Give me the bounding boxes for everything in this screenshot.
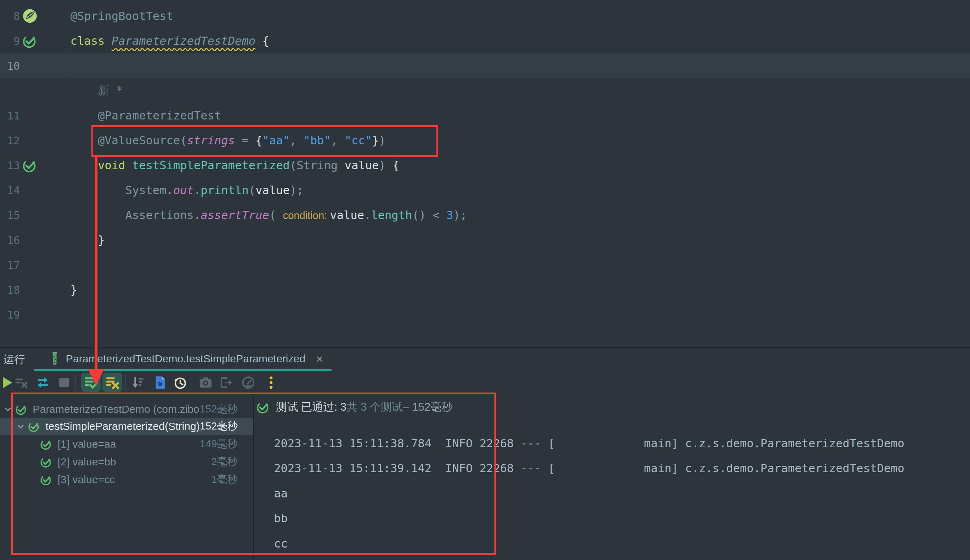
test-duration: 1毫秒	[211, 473, 238, 487]
code-line-text: }	[68, 233, 105, 247]
line-number: 10	[0, 60, 20, 72]
line-number: 15	[0, 209, 20, 222]
show-passed-icon[interactable]	[81, 373, 101, 392]
code-line[interactable]: 19	[0, 302, 970, 327]
code-editor[interactable]: 8@SpringBootTest9class ParameterizedTest…	[0, 0, 970, 347]
test-tree-label: testSimpleParameterized(String)	[45, 420, 200, 432]
test-passed-icon	[40, 473, 53, 486]
code-line[interactable]: 12 @ValueSource(strings = {"aa", "bb", "…	[0, 128, 970, 153]
console-log-line: 2023-11-13 15:11:39.142 INFO 22268 --- […	[274, 462, 970, 475]
close-icon[interactable]: ×	[316, 353, 323, 365]
summary-duration: – 152毫秒	[403, 400, 453, 415]
test-passed-icon	[15, 403, 28, 416]
line-number: 9	[0, 35, 20, 47]
more-options-icon[interactable]	[263, 375, 279, 390]
chevron-down-icon[interactable]	[16, 421, 26, 431]
test-duration: 152毫秒	[200, 402, 238, 417]
code-line[interactable]: 13 void testSimpleParameterized(String v…	[0, 153, 970, 178]
line-number: 8	[0, 10, 20, 22]
toolbar-separator	[125, 375, 126, 390]
test-tree-row[interactable]: [2] value=bb2毫秒	[0, 453, 253, 470]
gutter-cell: 12	[0, 128, 68, 153]
import-test-results-icon[interactable]	[152, 375, 168, 390]
code-line-text: @SpringBootTest	[68, 9, 173, 23]
rerun-icon[interactable]	[35, 375, 50, 390]
toolbar-separator	[75, 375, 76, 390]
code-line[interactable]: 18}	[0, 277, 970, 302]
test-tree: ParameterizedTestDemo (com.zibo.s152毫秒te…	[0, 394, 253, 560]
line-number: 12	[0, 134, 20, 147]
test-summary: 测试 已通过: 3共 3 个测试 – 152毫秒	[256, 399, 452, 415]
hide-passed-icon[interactable]	[13, 375, 29, 390]
code-line[interactable]: 9class ParameterizedTestDemo {	[0, 28, 970, 53]
code-line[interactable]: 17	[0, 252, 970, 277]
code-line[interactable]: 10	[0, 53, 970, 78]
code-line[interactable]: 15 Assertions.assertTrue( condition: val…	[0, 203, 970, 228]
test-tree-row[interactable]: testSimpleParameterized(String)152毫秒	[0, 418, 253, 435]
chevron-down-icon[interactable]	[3, 404, 13, 414]
line-number: 13	[0, 159, 20, 172]
code-line-text: System.out.println(value);	[68, 183, 304, 197]
test-duration: 152毫秒	[200, 419, 238, 433]
export-icon[interactable]	[219, 375, 234, 390]
test-passed-icon	[40, 455, 53, 468]
run-tool-window: 运行 ParameterizedTestDemo.testSimpleParam…	[0, 347, 970, 560]
code-line[interactable]: 16 }	[0, 228, 970, 252]
run-toolbar	[0, 371, 970, 394]
run-tab-label: ParameterizedTestDemo.testSimpleParamete…	[66, 353, 306, 365]
show-ignored-icon[interactable]	[102, 373, 122, 392]
sort-by-duration-icon[interactable]	[130, 375, 146, 390]
test-tree-label: [3] value=cc	[58, 473, 115, 486]
test-history-icon[interactable]	[172, 375, 188, 390]
gutter-cell: 10	[0, 53, 68, 78]
passed-check-icon	[256, 400, 270, 414]
code-line[interactable]: 14 System.out.println(value);	[0, 178, 970, 203]
gutter-cell: 19	[0, 302, 68, 327]
stop-icon[interactable]	[56, 375, 72, 390]
toolbar-separator	[191, 375, 191, 390]
spring-boot-icon[interactable]	[22, 8, 38, 24]
test-console[interactable]: 测试 已通过: 3共 3 个测试 – 152毫秒 2023-11-13 15:1…	[254, 394, 970, 560]
gutter-cell: 16	[0, 228, 68, 252]
gutter-cell: 15	[0, 203, 68, 228]
code-line-text: }	[68, 283, 77, 297]
test-tube-icon	[49, 352, 60, 366]
line-number: 18	[0, 284, 20, 296]
gutter-cell: 13	[0, 153, 68, 178]
line-number: 16	[0, 234, 20, 247]
summary-total: 共 3 个测试	[346, 400, 402, 415]
line-number: 17	[0, 259, 20, 271]
run-tab[interactable]: ParameterizedTestDemo.testSimpleParamete…	[34, 348, 332, 370]
code-line-text: Assertions.assertTrue( condition: value.…	[68, 208, 467, 222]
summary-passed: 测试 已通过: 3	[276, 400, 346, 415]
console-output-line: bb	[274, 512, 970, 525]
line-number: 19	[0, 308, 20, 321]
code-line-text: @ParameterizedTest	[68, 109, 221, 122]
coverage-gauge-icon[interactable]	[240, 375, 256, 390]
gutter-cell: 9	[0, 28, 68, 53]
test-tree-label: [2] value=bb	[58, 456, 116, 468]
line-number: 14	[0, 184, 20, 197]
code-line-text: 新 *	[68, 83, 123, 98]
test-duration: 2毫秒	[211, 455, 238, 469]
gutter-cell: 17	[0, 252, 68, 277]
test-tree-row[interactable]: [1] value=aa149毫秒	[0, 435, 253, 453]
test-passed-gutter-icon[interactable]	[22, 158, 38, 173]
test-passed-gutter-icon[interactable]	[22, 33, 38, 49]
test-tree-row[interactable]: ParameterizedTestDemo (com.zibo.s152毫秒	[0, 401, 253, 418]
code-line[interactable]: 新 *	[0, 78, 970, 103]
test-tree-label: ParameterizedTestDemo (com.zibo.s	[33, 403, 200, 415]
run-content: ParameterizedTestDemo (com.zibo.s152毫秒te…	[0, 394, 970, 560]
console-output-line: cc	[274, 537, 970, 550]
code-line[interactable]: 11 @ParameterizedTest	[0, 103, 970, 128]
gutter-cell: 8	[0, 3, 68, 28]
code-line[interactable]: 8@SpringBootTest	[0, 3, 970, 28]
console-log-line: 2023-11-13 15:11:38.784 INFO 22268 --- […	[274, 437, 970, 450]
tool-window-title: 运行	[3, 348, 25, 371]
screenshot-icon[interactable]	[198, 375, 214, 390]
code-line-text: @ValueSource(strings = {"aa", "bb", "cc"…	[68, 134, 386, 147]
code-line-text: class ParameterizedTestDemo {	[68, 34, 269, 48]
test-tree-row[interactable]: [3] value=cc1毫秒	[0, 471, 253, 488]
test-tree-label: [1] value=aa	[58, 438, 116, 450]
test-passed-icon	[40, 438, 53, 450]
